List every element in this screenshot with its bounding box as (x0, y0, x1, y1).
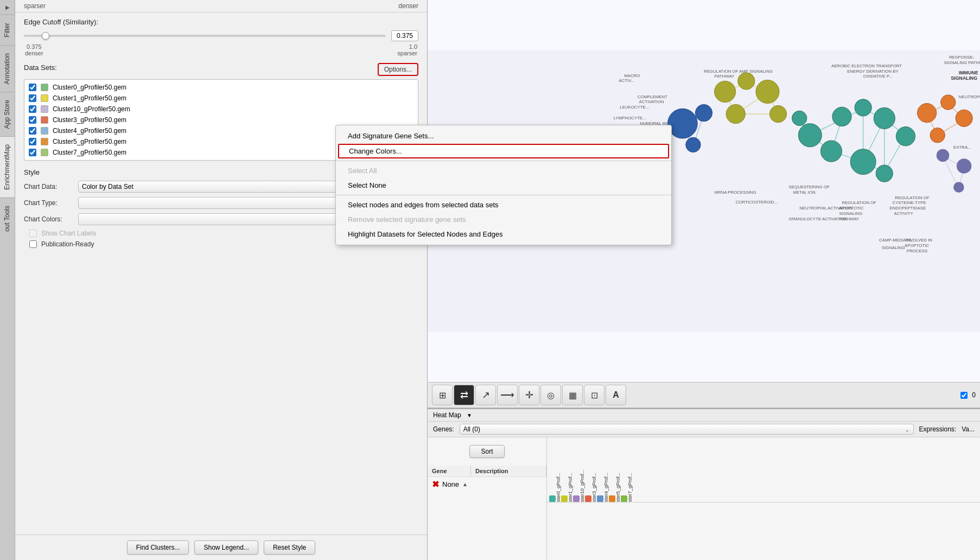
show-legend-button[interactable]: Show Legend... (194, 540, 258, 555)
tab-app-store[interactable]: App Store (0, 92, 15, 136)
sparse-label: sparser (24, 2, 46, 10)
dataset-check-4[interactable] (29, 127, 36, 135)
svg-point-16 (832, 107, 851, 126)
color-swatch-2 (41, 105, 48, 113)
svg-text:AEROBIC ELECTRON TRANSPORT: AEROBIC ELECTRON TRANSPORT (831, 63, 902, 68)
list-item: Cluster0_gProfiler50.gem (24, 82, 418, 93)
up-arrow: ▲ (462, 481, 468, 487)
svg-text:SIGNALING: SIGNALING (839, 211, 863, 216)
collapse-arrow[interactable]: ▶ (3, 0, 12, 15)
color-swatch-4 (41, 127, 48, 135)
menu-select-nodes-edges[interactable]: Select nodes and edges from selected dat… (336, 198, 671, 212)
svg-point-31 (930, 128, 945, 143)
dataset-name-6: Cluster7_gProfiler50.gem (53, 149, 126, 156)
right-panel: IMMUNE SIGNALING RESPONSE- SIGNALING PAT… (428, 0, 980, 560)
dataset-name-2: Cluster10_gProfiler50.gem (53, 105, 130, 113)
svg-text:SIGNALING: SIGNALING (951, 75, 977, 81)
text-tool-button[interactable]: A (606, 385, 626, 405)
chart-colors-label: Chart Colors: (24, 215, 73, 223)
grid-tool-button[interactable]: ⊞ (432, 385, 453, 405)
bottom-buttons: Find Clusters... Show Legend... Reset St… (15, 534, 427, 560)
col-header-5: ster5_gProf... (609, 470, 621, 502)
svg-point-20 (874, 107, 895, 129)
tab-annotation[interactable]: Annotation (0, 45, 15, 92)
slider-labels: 0.375 denser 1.0 sparser (24, 43, 418, 56)
menu-separator-1 (336, 161, 671, 161)
show-labels-checkbox[interactable] (29, 230, 37, 237)
chart-type-label: Chart Type: (24, 199, 73, 207)
none-row: ✖ None ▲ (428, 477, 546, 492)
svg-text:IMMUNE: IMMUNE (959, 70, 978, 75)
dataset-check-0[interactable] (29, 84, 36, 91)
toolbar-row: ⊞ ⇄ ↗ ⟶ ✛ ◎ ▦ ⊡ A 0 (428, 382, 980, 408)
reset-style-button[interactable]: Reset Style (264, 540, 315, 555)
dataset-check-2[interactable] (29, 105, 36, 113)
menu-add-signature[interactable]: Add Signature Gene Sets... (336, 129, 671, 143)
heatmap-right[interactable]: ster0_gProf... ster1_gProf... ster10_gPr… (547, 437, 980, 560)
svg-text:PROCESS: PROCESS (907, 249, 927, 253)
svg-text:LYMPHOCYTE...: LYMPHOCYTE... (614, 116, 646, 120)
svg-text:MACRO: MACRO (624, 73, 640, 78)
select-tool-button[interactable]: ▦ (562, 385, 583, 405)
svg-point-53 (695, 104, 712, 121)
move-tool-button[interactable]: ✛ (519, 385, 539, 405)
options-button[interactable]: Options... (378, 63, 418, 76)
checkbox-right[interactable] (960, 392, 968, 399)
slider-value[interactable]: 0.375 (391, 30, 418, 41)
slider-thumb[interactable] (42, 32, 49, 40)
tab-out-tools[interactable]: out Tools (0, 198, 15, 239)
menu-select-none[interactable]: Select None (336, 178, 671, 193)
external-link-tool-button[interactable]: ↗ (475, 385, 496, 405)
panel-content: Edge Cutoff (Similarity): 0.375 0.375 de… (15, 12, 427, 534)
bottom-panel: Heat Map ▼ Genes: All (0) Expressions: V… (428, 408, 980, 560)
dataset-check-6[interactable] (29, 149, 36, 156)
slider-container: 0.375 (24, 30, 418, 41)
dataset-check-3[interactable] (29, 116, 36, 124)
dataset-check-1[interactable] (29, 94, 36, 102)
share-tool-button[interactable]: ⇄ (454, 385, 474, 405)
vertical-tabs-panel: ▶ Filter Annotation App Store Enrichment… (0, 0, 15, 560)
col-header-0: ster0_gProf... (549, 470, 561, 502)
svg-text:PATHWAY: PATHWAY (715, 74, 735, 79)
publication-ready-checkbox[interactable] (29, 240, 37, 248)
box-select-tool-button[interactable]: ⊡ (584, 385, 604, 405)
svg-text:CYSTEINE-TYPE: CYSTEINE-TYPE (892, 200, 926, 205)
col-header-2: ster10_gProf... (573, 468, 585, 502)
find-clusters-button[interactable]: Find Clusters... (127, 540, 189, 555)
sort-button[interactable]: Sort (469, 445, 504, 458)
svg-point-46 (756, 80, 779, 103)
color-swatch-3 (41, 116, 48, 124)
dataset-name-0: Cluster0_gProfiler50.gem (53, 84, 126, 91)
svg-text:ENDOPEPTIDASE: ENDOPEPTIDASE (890, 206, 926, 211)
dataset-check-5[interactable] (29, 138, 36, 145)
menu-change-colors[interactable]: Change Colors... (338, 144, 669, 158)
svg-point-37 (953, 182, 964, 193)
max-sub: sparser (397, 50, 417, 56)
list-item: Cluster10_gProfiler50.gem (24, 104, 418, 114)
min-value: 0.375 (27, 43, 42, 50)
tab-enrichment-map[interactable]: EnrichmentMap (0, 136, 15, 198)
show-labels-label: Show Chart Labels (41, 230, 96, 237)
dataset-name-5: Cluster5_gProfiler50.gem (53, 138, 126, 145)
svg-point-18 (855, 99, 871, 116)
none-badge: ✖ (432, 479, 439, 489)
heatmap-dropdown-arrow[interactable]: ▼ (467, 412, 472, 418)
target-tool-button[interactable]: ◎ (540, 385, 561, 405)
col-headers-rotated: ster0_gProf... ster1_gProf... ster10_gPr… (547, 437, 980, 502)
none-label: None (442, 480, 459, 488)
svg-point-45 (738, 73, 755, 90)
tab-filter[interactable]: Filter (0, 15, 15, 45)
box-select-icon: ⊡ (591, 390, 598, 400)
menu-highlight-datasets[interactable]: Highlight Datasets for Selected Nodes an… (336, 227, 671, 241)
arrow-tool-button[interactable]: ⟶ (497, 385, 518, 405)
svg-text:COMPLEMENT: COMPLEMENT (638, 94, 667, 99)
color-swatch-1 (41, 94, 48, 102)
svg-text:ENERGY DERIVATION BY: ENERGY DERIVATION BY (847, 69, 899, 74)
dense-label: denser (398, 2, 418, 10)
max-value: 1.0 (409, 43, 417, 50)
col-header-1: ster1_gProf... (561, 470, 573, 502)
genes-select[interactable]: All (0) (460, 424, 914, 435)
svg-point-22 (876, 165, 893, 182)
svg-text:APOPTOTIC: APOPTOTIC (905, 243, 929, 248)
slider-track[interactable] (24, 35, 386, 37)
